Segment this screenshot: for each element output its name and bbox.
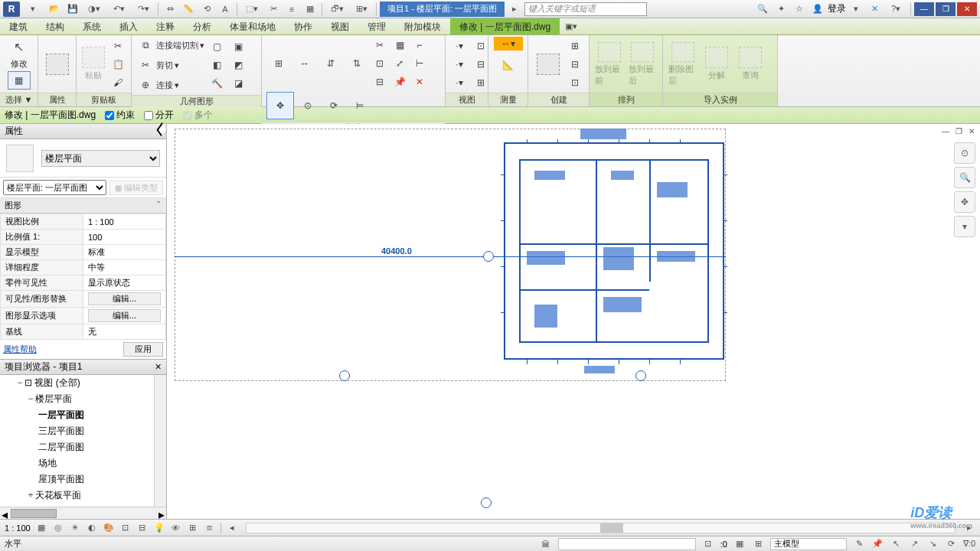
split-gap-icon[interactable]: ⊟ — [371, 73, 389, 90]
select-underlay-icon[interactable]: ↖ — [890, 538, 902, 550]
tab-annotate[interactable]: 注释 — [147, 18, 184, 34]
ui-dropdown-icon[interactable]: ⊞▾ — [350, 2, 373, 17]
hide-1-icon[interactable]: ·▾ — [450, 37, 469, 54]
array-icon[interactable]: ▦ — [390, 37, 409, 54]
browser-ceiling-plans[interactable]: +天花板平面 — [24, 487, 166, 504]
background-icon[interactable]: ⟳ — [945, 538, 957, 550]
view-1-icon[interactable]: ⊡ — [472, 37, 490, 54]
display-edit-button[interactable]: 编辑... — [88, 309, 161, 322]
browser-hscroll[interactable]: ◂▸ — [0, 507, 166, 519]
drag-elements-icon[interactable]: ↗ — [908, 538, 920, 550]
tab-insert[interactable]: 插入 — [110, 18, 147, 34]
demolish-icon[interactable]: 🔨 — [207, 75, 226, 92]
match-type-icon[interactable]: 🖌 — [109, 74, 127, 91]
tab-structure[interactable]: 结构 — [37, 18, 74, 34]
view-3-icon[interactable]: ⊞ — [472, 74, 490, 91]
elevation-marker-1[interactable] — [339, 370, 350, 381]
temp-hide-icon[interactable]: 👁 — [170, 522, 182, 534]
close-hidden-icon[interactable]: ▦ — [302, 2, 318, 17]
tab-architecture[interactable]: 建筑 — [0, 18, 37, 34]
drawing-canvas[interactable]: — ❐ ✕ 40400.0 — [167, 124, 980, 519]
browser-scrollbar[interactable] — [154, 375, 166, 507]
trim-single-icon[interactable]: ⊢ — [410, 55, 429, 72]
scale-display[interactable]: 1 : 100 — [5, 523, 31, 533]
unpin-icon[interactable]: 📌 — [390, 73, 409, 90]
measure-2-icon[interactable]: 📐 — [494, 54, 523, 77]
maximize-button[interactable]: ❐ — [936, 2, 956, 16]
modify-tool-icon[interactable]: ↖ — [8, 37, 31, 57]
lightbulb-icon[interactable]: 💡 — [153, 522, 165, 534]
copy-tool-icon[interactable]: ⊙ — [296, 93, 320, 118]
mirror-draw-icon[interactable]: ⇅ — [345, 51, 369, 76]
properties-help-link[interactable]: 属性帮助 — [3, 344, 37, 355]
split-icon[interactable]: ⊡ — [371, 55, 389, 72]
hide-3-icon[interactable]: ·▾ — [450, 74, 469, 91]
view-2-icon[interactable]: ⊟ — [472, 56, 490, 73]
trim-multiple-icon[interactable]: ⊨ — [348, 93, 372, 118]
login-dropdown-icon[interactable]: ▾ — [848, 2, 864, 17]
editable-only-icon[interactable]: ✎ — [853, 538, 865, 550]
crop-visible-icon[interactable]: ⊟ — [136, 522, 149, 534]
paste-button[interactable]: 粘贴 — [81, 41, 106, 87]
section-collapse-icon[interactable]: ⌃ — [155, 200, 162, 211]
imported-dwg[interactable] — [504, 129, 724, 373]
trim-corner-icon[interactable]: ⌐ — [410, 37, 429, 54]
elevation-marker-3[interactable] — [481, 497, 492, 508]
edit-type-button[interactable]: ▦ 编辑类型 — [109, 181, 163, 195]
open-icon[interactable]: 📂 — [46, 2, 63, 17]
constrain-checkbox[interactable]: 约束 — [105, 109, 135, 122]
browser-close-icon[interactable]: ✕ — [155, 362, 162, 372]
app-logo-icon[interactable]: R — [3, 2, 20, 17]
close-button[interactable]: ✕ — [957, 2, 977, 16]
workset-field[interactable]: 主模型 — [770, 538, 847, 550]
delete-icon[interactable]: ✕ — [410, 73, 429, 90]
type-selector[interactable]: 楼层平面 — [41, 150, 160, 167]
shadows-icon[interactable]: ◐ — [86, 522, 98, 534]
rendering-icon[interactable]: 🎨 — [103, 522, 115, 534]
pan-icon[interactable]: ✥ — [954, 191, 975, 213]
tag-icon[interactable]: ⟲ — [198, 2, 215, 17]
tab-view[interactable]: 视图 — [322, 18, 358, 34]
browser-item-level3[interactable]: 三层平面图 — [37, 423, 166, 439]
text-icon[interactable]: A — [217, 2, 234, 17]
design-options-icon[interactable]: 🏛 — [540, 538, 552, 550]
thin-lines-icon[interactable]: ≡ — [283, 2, 300, 17]
visual-style-icon[interactable]: ◎ — [52, 522, 64, 534]
browser-root[interactable]: −⊡ 视图 (全部) — [12, 375, 166, 391]
select-links-icon[interactable]: ⊡ — [702, 538, 714, 550]
select-pinned-icon[interactable]: 📌 — [871, 538, 884, 550]
sync-icon[interactable]: ◑▾ — [83, 2, 106, 17]
query-button[interactable]: 查询 — [735, 41, 766, 87]
apply-button[interactable]: 应用 — [123, 342, 163, 357]
create-1-icon[interactable]: ⊞ — [566, 37, 584, 54]
login-link[interactable]: 登录 — [828, 2, 846, 15]
tab-addins[interactable]: 附加模块 — [395, 18, 450, 34]
trim-extend-icon[interactable]: ✂ — [371, 37, 389, 54]
reveal-icon[interactable]: ⊞ — [187, 522, 199, 534]
binoculars-icon[interactable]: 🔍 — [754, 2, 771, 17]
geometry-2-icon[interactable]: ◩ — [229, 57, 247, 73]
move-tool-icon[interactable]: ✥ — [266, 92, 294, 119]
copy-clipboard-icon[interactable]: 📋 — [109, 56, 127, 73]
mirror-axis-icon[interactable]: ⇵ — [318, 51, 343, 76]
browser-item-level2[interactable]: 二层平面图 — [37, 439, 166, 455]
bring-front-button[interactable]: 放到最前 — [594, 41, 625, 87]
minimize-button[interactable]: — — [914, 2, 934, 16]
element-properties-button[interactable] — [43, 41, 71, 87]
section-icon[interactable]: ✂ — [265, 2, 282, 17]
create-2-icon[interactable]: ⊟ — [566, 56, 584, 73]
exchange-icon[interactable]: ✕ — [866, 2, 883, 17]
align-icon[interactable]: ⇔ — [162, 2, 178, 17]
dimension-value[interactable]: 40400.0 — [381, 246, 412, 256]
cut-geometry-icon[interactable]: ✂ — [136, 57, 155, 73]
cut-clipboard-icon[interactable]: ✂ — [109, 37, 127, 54]
create-3-icon[interactable]: ⊡ — [566, 74, 584, 91]
tab-collab[interactable]: 协作 — [285, 18, 322, 34]
join-geometry-icon[interactable]: ⊕ — [136, 77, 155, 93]
select-face-icon[interactable]: ↘ — [926, 538, 939, 550]
title-arrow-icon[interactable]: ▸ — [506, 2, 523, 17]
help-icon[interactable]: ?▾ — [884, 2, 907, 17]
align-tool-icon[interactable]: ⊞ — [266, 51, 291, 76]
create-similar-button[interactable] — [533, 41, 563, 87]
redo-icon[interactable]: ↷▾ — [132, 2, 155, 17]
